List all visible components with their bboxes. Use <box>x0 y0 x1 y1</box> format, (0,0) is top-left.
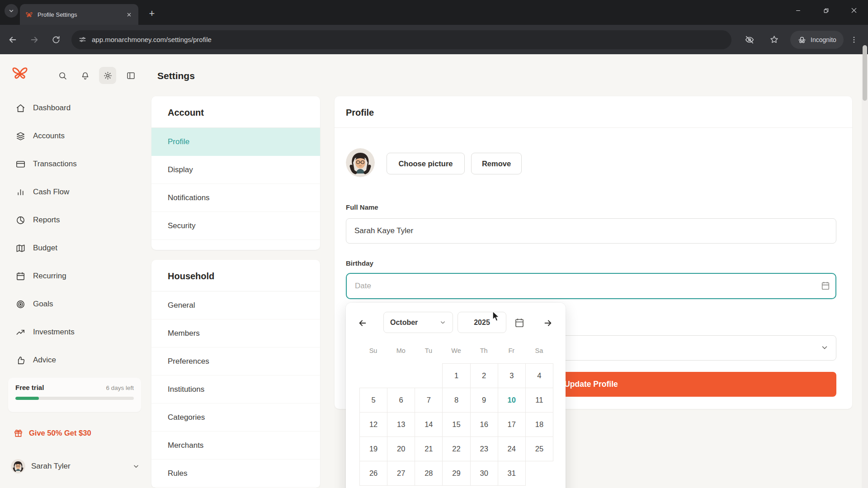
window-minimize-button[interactable] <box>784 0 812 21</box>
calendar-day-27[interactable]: 27 <box>387 461 415 486</box>
calendar-day-2[interactable]: 2 <box>470 363 498 388</box>
settings-nav-item-preferences[interactable]: Preferences <box>151 347 320 375</box>
previous-month-button[interactable] <box>356 316 369 330</box>
site-settings-icon[interactable] <box>79 36 86 43</box>
birthday-input[interactable] <box>346 273 836 299</box>
calendar-day-3[interactable]: 3 <box>498 363 526 388</box>
free-trial-card[interactable]: Free trial 6 days left <box>8 378 141 412</box>
sidebar-item-budget[interactable]: Budget <box>0 234 149 262</box>
arrow-left-icon <box>358 318 368 328</box>
calendar-day-6[interactable]: 6 <box>387 388 415 413</box>
tab-close-icon[interactable] <box>125 10 133 19</box>
calendar-icon[interactable] <box>821 281 830 291</box>
divider <box>335 127 852 128</box>
calendar-day-29[interactable]: 29 <box>442 461 470 486</box>
calendar-day-7[interactable]: 7 <box>415 388 443 413</box>
user-menu[interactable]: Sarah Tyler <box>11 459 140 474</box>
calendar-day-16[interactable]: 16 <box>470 412 498 437</box>
chevron-down-icon <box>821 343 829 352</box>
page-scrollbar-thumb[interactable] <box>863 45 867 101</box>
sidebar-item-dashboard[interactable]: Dashboard <box>0 94 149 122</box>
sidebar-item-cash-flow[interactable]: Cash Flow <box>0 178 149 206</box>
password-eye-off-button[interactable] <box>741 31 759 49</box>
calendar-day-13[interactable]: 13 <box>387 412 415 437</box>
sidebar-toggle-button[interactable] <box>122 67 139 84</box>
calendar-cell-empty <box>387 363 415 388</box>
arrow-right-icon <box>29 35 39 45</box>
settings-nav-item-display[interactable]: Display <box>151 156 320 184</box>
calendar-day-15[interactable]: 15 <box>442 412 470 437</box>
url-text[interactable]: app.monarchmoney.com/settings/profile <box>92 36 212 43</box>
next-month-button[interactable] <box>541 316 555 330</box>
settings-nav-item-merchants[interactable]: Merchants <box>151 432 320 460</box>
sidebar-item-label: Advice <box>33 356 56 365</box>
settings-nav-item-members[interactable]: Members <box>151 319 320 347</box>
search-icon <box>58 71 67 80</box>
window-restore-button[interactable] <box>812 0 840 21</box>
calendar-day-31[interactable]: 31 <box>498 461 526 486</box>
url-bar[interactable]: app.monarchmoney.com/settings/profile <box>71 30 731 49</box>
tab-search-button[interactable] <box>5 4 18 18</box>
settings-nav-item-categories[interactable]: Categories <box>151 404 320 432</box>
calendar-day-11[interactable]: 11 <box>525 388 553 413</box>
notifications-button[interactable] <box>76 67 94 84</box>
calendar-day-24[interactable]: 24 <box>498 436 526 461</box>
month-select[interactable]: October <box>383 312 453 333</box>
calendar-day-21[interactable]: 21 <box>415 436 443 461</box>
monarch-butterfly-logo[interactable] <box>11 64 29 82</box>
reload-button[interactable] <box>47 31 65 49</box>
page-scrollbar-track[interactable] <box>862 54 868 488</box>
calendar-icon[interactable] <box>514 317 525 328</box>
settings-nav-item-label: Preferences <box>168 357 209 366</box>
calendar-day-26[interactable]: 26 <box>359 461 387 486</box>
calendar-day-1[interactable]: 1 <box>442 363 470 388</box>
referral-link[interactable]: Give 50% Get $30 <box>14 428 91 438</box>
calendar-day-30[interactable]: 30 <box>470 461 498 486</box>
settings-nav-item-institutions[interactable]: Institutions <box>151 375 320 404</box>
weekday-th: Th <box>470 347 498 354</box>
sidebar-item-reports[interactable]: Reports <box>0 206 149 234</box>
calendar-day-9[interactable]: 9 <box>470 388 498 413</box>
search-button[interactable] <box>54 67 71 84</box>
back-button[interactable] <box>4 31 22 49</box>
settings-nav-item-notifications[interactable]: Notifications <box>151 184 320 212</box>
sidebar-item-label: Dashboard <box>33 103 71 113</box>
sidebar-item-advice[interactable]: Advice <box>0 346 149 374</box>
settings-nav-item-label: Categories <box>168 413 205 422</box>
sidebar-item-goals[interactable]: Goals <box>0 290 149 318</box>
sidebar-item-accounts[interactable]: Accounts <box>0 122 149 150</box>
choose-picture-button[interactable]: Choose picture <box>387 153 465 174</box>
calendar-day-17[interactable]: 17 <box>498 412 526 437</box>
remove-picture-button[interactable]: Remove <box>471 153 522 174</box>
calendar-day-19[interactable]: 19 <box>359 436 387 461</box>
calendar-day-23[interactable]: 23 <box>470 436 498 461</box>
calendar-day-25[interactable]: 25 <box>525 436 553 461</box>
calendar-day-28[interactable]: 28 <box>415 461 443 486</box>
settings-nav-item-rules[interactable]: Rules <box>151 460 320 488</box>
full-name-input[interactable] <box>346 218 836 244</box>
eye-off-icon <box>745 35 755 45</box>
settings-nav-item-general[interactable]: General <box>151 291 320 319</box>
settings-button[interactable] <box>99 67 116 84</box>
calendar-day-12[interactable]: 12 <box>359 412 387 437</box>
gear-icon <box>103 71 113 80</box>
new-tab-button[interactable]: + <box>145 6 159 21</box>
calendar-day-8[interactable]: 8 <box>442 388 470 413</box>
sidebar-item-recurring[interactable]: Recurring <box>0 262 149 290</box>
calendar-day-18[interactable]: 18 <box>525 412 553 437</box>
settings-nav-item-profile[interactable]: Profile <box>151 128 320 156</box>
calendar-day-14[interactable]: 14 <box>415 412 443 437</box>
calendar-day-22[interactable]: 22 <box>442 436 470 461</box>
window-close-button[interactable] <box>840 0 868 21</box>
calendar-day-4[interactable]: 4 <box>525 363 553 388</box>
settings-nav-item-security[interactable]: Security <box>151 212 320 240</box>
browser-tab[interactable]: Profile Settings <box>20 4 138 25</box>
bookmark-star-button[interactable] <box>765 31 783 49</box>
sidebar-item-transactions[interactable]: Transactions <box>0 150 149 178</box>
calendar-day-10[interactable]: 10 <box>498 388 526 413</box>
calendar-day-5[interactable]: 5 <box>359 388 387 413</box>
sidebar-item-investments[interactable]: Investments <box>0 318 149 346</box>
browser-menu-button[interactable] <box>846 36 862 44</box>
calendar-day-20[interactable]: 20 <box>387 436 415 461</box>
forward-button[interactable] <box>25 31 43 49</box>
